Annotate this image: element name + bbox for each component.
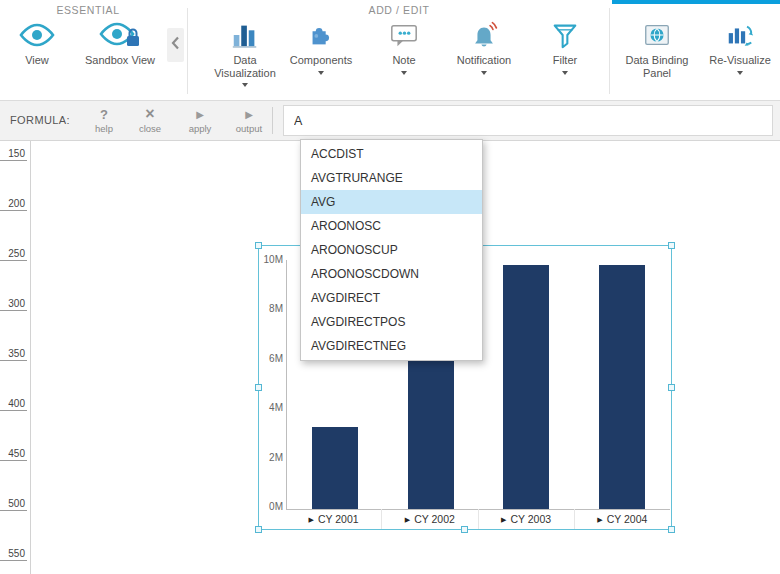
chevron-left-icon: [171, 36, 180, 54]
y-tick-label: 8M: [269, 303, 283, 314]
bar[interactable]: [408, 360, 454, 509]
formula-help-button[interactable]: ? help: [84, 101, 124, 140]
selection-handle[interactable]: [255, 526, 262, 533]
formula-output-label: output: [236, 123, 262, 134]
ribbon-group-header-essential: ESSENTIAL: [0, 4, 176, 16]
ribbon-button-label: Data Binding Panel: [614, 54, 700, 79]
ribbon-group-header-addedit: ADD / EDIT: [190, 4, 608, 16]
ruler-mark: 550: [0, 548, 27, 561]
ribbon-separator: [187, 8, 188, 94]
autocomplete-item[interactable]: AVGDIRECTNEG: [301, 334, 482, 358]
formula-input[interactable]: [283, 105, 773, 136]
question-icon: ?: [100, 107, 108, 122]
ribbon-button-sandbox-view[interactable]: Sandbox View: [72, 16, 168, 98]
autocomplete-item[interactable]: AVGTRURANGE: [301, 166, 482, 190]
y-tick-label: 10M: [264, 254, 283, 265]
ruler-mark: 250: [0, 248, 27, 261]
y-tick-label: 6M: [269, 353, 283, 364]
close-icon: ×: [145, 107, 154, 122]
formula-bar-separator: [272, 107, 273, 134]
ruler-mark: 300: [0, 298, 27, 311]
ribbon-button-label: Components: [290, 54, 352, 67]
ribbon-button-filter[interactable]: Filter: [538, 16, 592, 98]
selection-handle[interactable]: [668, 242, 675, 249]
y-axis-labels: 10M 8M 6M 4M 2M 0M: [259, 254, 283, 512]
bell-icon: [469, 16, 499, 54]
autocomplete-item[interactable]: AROONOSC: [301, 214, 482, 238]
category-label[interactable]: ▶ CY 2002: [381, 509, 477, 529]
ribbon-button-label: View: [25, 54, 49, 67]
ribbon-button-label: Sandbox View: [85, 54, 155, 67]
autocomplete-item[interactable]: AVGDIRECT: [301, 286, 482, 310]
formula-bar: FORMULA: ? help × close ▶ apply ▶ output: [0, 100, 780, 141]
y-tick-label: 0M: [269, 501, 283, 512]
data-binding-icon: [642, 16, 672, 54]
autocomplete-item[interactable]: AROONOSCDOWN: [301, 262, 482, 286]
note-icon: [389, 16, 419, 54]
drill-icon: ▶: [309, 516, 314, 523]
autocomplete-item[interactable]: AVGDIRECTPOS: [301, 310, 482, 334]
autocomplete-item[interactable]: AROONOSCUP: [301, 238, 482, 262]
play-icon: ▶: [196, 107, 204, 122]
vertical-ruler: [30, 141, 31, 574]
chevron-down-icon[interactable]: [318, 71, 324, 75]
formula-close-label: close: [139, 123, 161, 134]
ruler-mark: 450: [0, 448, 27, 461]
ruler-mark: 350: [0, 348, 27, 361]
ribbon-button-notification[interactable]: Notification: [446, 16, 522, 98]
play-icon: ▶: [245, 107, 253, 122]
ribbon-separator: [609, 8, 610, 94]
drill-icon: ▶: [597, 516, 602, 523]
chevron-down-icon[interactable]: [737, 71, 743, 75]
drill-icon: ▶: [405, 516, 410, 523]
formula-apply-button[interactable]: ▶ apply: [180, 101, 220, 140]
ribbon-button-re-visualize[interactable]: Re-Visualize: [702, 16, 778, 98]
chevron-down-icon[interactable]: [242, 83, 248, 87]
autocomplete-item[interactable]: AVG: [301, 190, 482, 214]
y-tick-label: 2M: [269, 452, 283, 463]
autocomplete-item[interactable]: ACCDIST: [301, 142, 482, 166]
formula-output-button[interactable]: ▶ output: [226, 101, 272, 140]
ruler-mark: 150: [0, 148, 27, 161]
ribbon-button-label: Filter: [553, 54, 577, 67]
bar[interactable]: [503, 265, 549, 509]
x-axis-labels: ▶ CY 2001 ▶ CY 2002 ▶ CY 2003 ▶ CY 2004: [286, 509, 670, 529]
eye-lock-icon: [98, 16, 142, 54]
drill-icon: ▶: [501, 516, 506, 523]
ruler-mark: 500: [0, 498, 27, 511]
bar[interactable]: [599, 265, 645, 509]
chevron-down-icon[interactable]: [562, 71, 568, 75]
filter-icon: [550, 16, 580, 54]
ruler-mark: 200: [0, 198, 27, 211]
chevron-down-icon[interactable]: [401, 71, 407, 75]
ribbon-button-label: Note: [392, 54, 415, 67]
bar[interactable]: [312, 427, 358, 509]
app-window: ESSENTIAL ADD / EDIT View Sandbox View D…: [0, 0, 780, 574]
puzzle-icon: [306, 16, 336, 54]
ribbon-button-label: Notification: [457, 54, 511, 67]
formula-bar-label: FORMULA:: [10, 101, 70, 140]
y-tick-label: 4M: [269, 402, 283, 413]
ribbon-button-components[interactable]: Components: [289, 16, 353, 98]
category-label[interactable]: ▶ CY 2001: [286, 509, 381, 529]
formula-help-label: help: [95, 123, 113, 134]
ruler-mark: 400: [0, 398, 27, 411]
category-label[interactable]: ▶ CY 2003: [478, 509, 574, 529]
ribbon-button-data-binding-panel[interactable]: Data Binding Panel: [614, 16, 700, 98]
ribbon-toolbar: ESSENTIAL ADD / EDIT View Sandbox View D…: [0, 0, 780, 100]
ribbon-button-view[interactable]: View: [6, 16, 68, 98]
ribbon-button-label: Data Visualization: [203, 54, 287, 79]
formula-apply-label: apply: [189, 123, 212, 134]
ribbon-button-data-visualization[interactable]: Data Visualization: [203, 16, 287, 98]
formula-close-button[interactable]: × close: [130, 101, 170, 140]
bar-chart-icon: [230, 16, 260, 54]
chevron-down-icon[interactable]: [481, 71, 487, 75]
autocomplete-dropdown: ACCDIST AVGTRURANGE AVG AROONOSC AROONOS…: [300, 139, 483, 361]
ribbon-button-label: Re-Visualize: [709, 54, 771, 67]
ribbon-collapse-button[interactable]: [167, 28, 184, 62]
active-group-indicator: [612, 0, 780, 4]
ribbon-button-note[interactable]: Note: [378, 16, 430, 98]
category-label[interactable]: ▶ CY 2004: [574, 509, 670, 529]
selection-handle[interactable]: [255, 242, 262, 249]
eye-icon: [17, 16, 57, 54]
